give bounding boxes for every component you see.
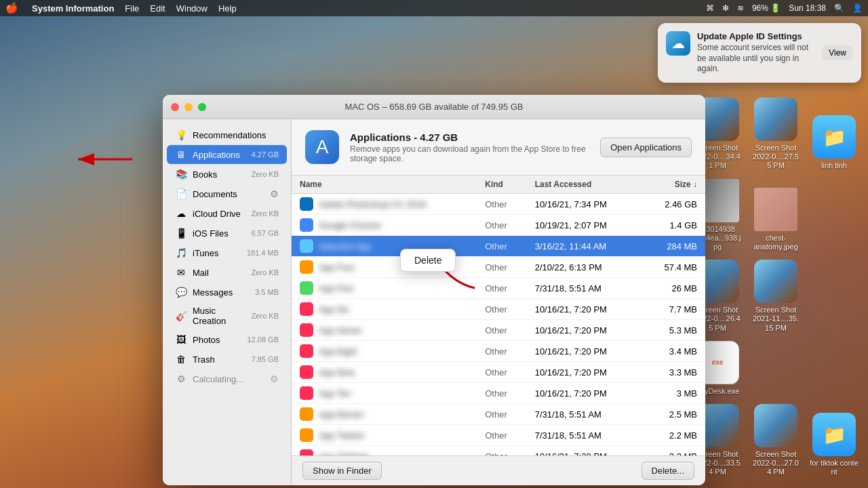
window-minimize-button[interactable] xyxy=(184,103,193,111)
cell-kind: Other xyxy=(477,320,526,341)
sidebar-item-photos[interactable]: 🖼 Photos 12.08 GB xyxy=(167,330,287,349)
delete-ellipsis-button[interactable]: Delete... xyxy=(642,462,694,480)
sidebar-item-icloud[interactable]: ☁ iCloud Drive Zero KB xyxy=(167,204,287,223)
applications-icon: 🖥 xyxy=(175,148,187,161)
col-kind: Kind xyxy=(477,176,526,194)
cell-size: 26 MB xyxy=(642,278,705,299)
cell-size: 1.4 GB xyxy=(642,215,705,236)
cell-kind: Other xyxy=(477,425,526,446)
cell-size: 3 MB xyxy=(642,383,705,404)
cell-accessed: 10/19/21, 2:07 PM xyxy=(527,215,642,236)
table-row[interactable]: App TwelveOther7/31/18, 5:51 AM2.2 MB xyxy=(292,425,705,446)
cell-accessed: 7/31/18, 5:51 AM xyxy=(527,425,642,446)
cell-size: 284 MB xyxy=(642,236,705,257)
desktop-icon-screenshot4[interactable]: Screen Shot2021-11....35.15 PM xyxy=(749,257,803,336)
apple-menu[interactable]: 🍎 xyxy=(5,2,18,14)
window-maximize-button[interactable] xyxy=(198,103,206,111)
table-row[interactable]: App FiveOther7/31/18, 5:51 AM26 MB xyxy=(292,278,705,299)
screenshot2-label: Screen Shot2022-0....27.55 PM xyxy=(751,144,800,171)
window-close-button[interactable] xyxy=(171,103,179,111)
col-name: Name xyxy=(292,176,477,194)
sidebar-item-books[interactable]: 📚 Books Zero KB xyxy=(167,165,287,184)
cell-app-name: App Five xyxy=(292,278,477,299)
menubar-search[interactable]: 🔍 xyxy=(834,3,844,13)
table-row[interactable]: App SixOther10/16/21, 7:20 PM7.7 MB xyxy=(292,299,705,320)
menu-file[interactable]: File xyxy=(125,3,139,14)
desktop-icon-row-5: Screen Shot2022-0....33.54 PM Screen Sho… xyxy=(690,401,861,480)
notification: ☁ Update Apple ID Settings Some account … xyxy=(658,23,861,83)
screenshot2-img xyxy=(754,98,797,141)
folder-linhtintah-img: 📁 xyxy=(812,115,856,159)
open-applications-button[interactable]: Open Applications xyxy=(600,138,692,157)
sidebar-item-ios[interactable]: 📱 iOS Files 6.57 GB xyxy=(167,224,287,243)
anatomy-label: chest-anatomy.jpeg xyxy=(753,234,797,251)
desktop-icon-screenshot2[interactable]: Screen Shot2022-0....27.55 PM xyxy=(749,95,803,174)
menu-help[interactable]: Help xyxy=(218,3,237,14)
cell-app-name: App Eleven xyxy=(292,404,477,425)
mail-icon: ✉ xyxy=(175,266,187,279)
table-row[interactable]: App ThirteenOther10/16/21, 7:20 PM2.2 MB xyxy=(292,446,705,456)
menubar-bluetooth: ✻ xyxy=(722,3,729,13)
cell-accessed: 7/31/18, 5:51 AM xyxy=(527,278,642,299)
cell-accessed: 10/16/21, 7:20 PM xyxy=(527,320,642,341)
table-row[interactable]: App SevenOther10/16/21, 7:20 PM5.3 MB xyxy=(292,320,705,341)
cell-kind: Other xyxy=(477,446,526,456)
table-row[interactable]: App FourOther2/10/22, 6:13 PM57.4 MB xyxy=(292,257,705,278)
notification-view-button[interactable]: View xyxy=(822,45,853,60)
cell-kind: Other xyxy=(477,194,526,215)
desktop-icon-folder-tiktok[interactable]: 📁 for tiktok content xyxy=(807,410,861,479)
cell-kind: Other xyxy=(477,278,526,299)
messages-icon: 💬 xyxy=(175,286,187,298)
calculating-item: ⚙ Calculating... ⚙ xyxy=(167,369,287,388)
sidebar-item-recommendations[interactable]: 💡 Recommendations xyxy=(167,125,287,144)
sidebar-item-trash[interactable]: 🗑 Trash 7.85 GB xyxy=(167,350,287,369)
cell-size: 2.2 MB xyxy=(642,425,705,446)
cell-size: 3.4 MB xyxy=(642,341,705,362)
sidebar-item-applications[interactable]: 🖥 Applications 4.27 GB xyxy=(167,145,287,164)
app-name[interactable]: System Information xyxy=(32,3,114,14)
desktop-icon-folder-linhtintah[interactable]: 📁 linh tinh xyxy=(807,113,861,173)
table-row[interactable]: Adobe Photoshop CC 2018Other10/16/21, 7:… xyxy=(292,194,705,215)
cell-size: 2.2 MB xyxy=(642,446,705,456)
menu-window[interactable]: Window xyxy=(176,3,208,14)
cell-size: 2.46 GB xyxy=(642,194,705,215)
col-accessed: Last Accessed xyxy=(527,176,642,194)
sidebar-item-documents[interactable]: 📄 Documents ⚙ xyxy=(167,184,287,203)
sidebar-item-mail[interactable]: ✉ Mail Zero KB xyxy=(167,263,287,282)
window-body: 💡 Recommendations 🖥 Applications 4.27 GB… xyxy=(163,119,705,485)
table-row[interactable]: App NineOther10/16/21, 7:20 PM3.3 MB xyxy=(292,362,705,383)
delete-popup[interactable]: Delete xyxy=(400,249,456,272)
table-row[interactable]: App TenOther10/16/21, 7:20 PM3 MB xyxy=(292,383,705,404)
screenshot4-img xyxy=(754,260,797,303)
calculating-spinner: ⚙ xyxy=(270,373,279,384)
cell-app-name: App Six xyxy=(292,299,477,320)
desktop-icon-row-3: Screen Shot2022-0....26.45 PM Screen Sho… xyxy=(690,257,861,336)
sidebar-item-itunes[interactable]: 🎵 iTunes 181.4 MB xyxy=(167,243,287,262)
table-row[interactable]: Google ChromeOther10/19/21, 2:07 PM1.4 G… xyxy=(292,215,705,236)
applications-table-body: Adobe Photoshop CC 2018Other10/16/21, 7:… xyxy=(292,194,705,456)
cell-accessed: 10/16/21, 7:20 PM xyxy=(527,383,642,404)
cell-kind: Other xyxy=(477,215,526,236)
cell-accessed: 10/16/21, 7:20 PM xyxy=(527,362,642,383)
cell-app-name: App Seven xyxy=(292,320,477,341)
desktop-icon-screenshot6[interactable]: Screen Shot2022-0....27.04 PM xyxy=(749,401,803,480)
table-row[interactable]: Selected AppOther3/16/22, 11:44 AM284 MB xyxy=(292,236,705,257)
menubar-battery: 96% 🔋 xyxy=(752,3,781,13)
table-row[interactable]: App ElevenOther7/31/18, 5:51 AM2.5 MB xyxy=(292,404,705,425)
desktop-icon-anatomy[interactable]: chest-anatomy.jpeg xyxy=(749,185,803,254)
sidebar-item-messages[interactable]: 💬 Messages 3.5 MB xyxy=(167,283,287,302)
main-content: A Applications - 4.27 GB Remove apps you… xyxy=(292,119,705,485)
col-size: Size ↓ xyxy=(642,176,705,194)
menubar-user[interactable]: 👤 xyxy=(852,3,863,13)
menu-edit[interactable]: Edit xyxy=(150,3,165,14)
table-row[interactable]: App EightOther10/16/21, 7:20 PM3.4 MB xyxy=(292,341,705,362)
show-in-finder-button[interactable]: Show in Finder xyxy=(302,462,382,480)
content-header-title: Applications - 4.27 GB xyxy=(350,131,589,143)
cell-kind: Other xyxy=(477,299,526,320)
desktop-icon-row-1: Screen Shot2022-0....34.41 PM Screen Sho… xyxy=(690,95,861,174)
folder-tiktok-label: for tiktok content xyxy=(810,459,859,476)
cell-accessed: 10/16/21, 7:20 PM xyxy=(527,341,642,362)
cell-size: 2.5 MB xyxy=(642,404,705,425)
cell-kind: Other xyxy=(477,383,526,404)
sidebar-item-music-creation[interactable]: 🎸 Music Creation Zero KB xyxy=(167,302,287,329)
